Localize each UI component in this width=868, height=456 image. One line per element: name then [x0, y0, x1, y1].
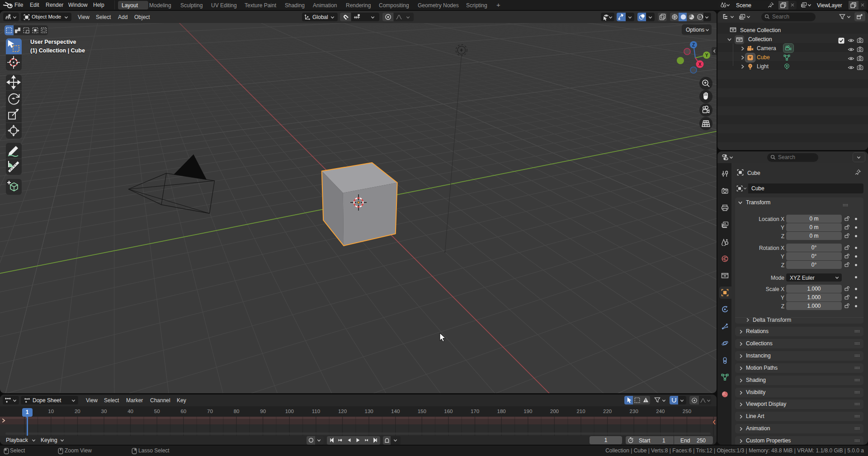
svg-text:Y: Y	[705, 53, 708, 58]
svg-text:X: X	[698, 62, 702, 67]
svg-text:Z: Z	[692, 42, 695, 47]
